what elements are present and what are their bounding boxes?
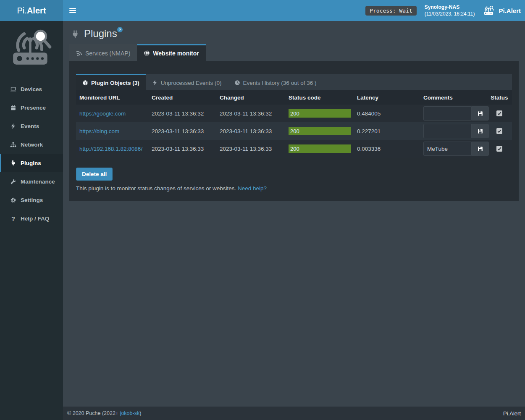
globe-icon <box>144 50 150 56</box>
calendar-icon <box>10 105 16 111</box>
tab-label: Services (NMAP) <box>85 50 130 57</box>
copyright-text: © 2020 Puche (2022+ jokob-sk) <box>67 410 141 416</box>
col-changed: Changed <box>216 90 285 105</box>
laptop-icon <box>10 86 16 92</box>
sidebar-item-label: Network <box>21 142 43 148</box>
save-comment-button[interactable] <box>471 106 489 121</box>
status-code-bar: 200 <box>289 109 351 118</box>
footer: © 2020 Puche (2022+ jokob-sk) Pi.Alert <box>63 407 525 420</box>
sidebar-item-network[interactable]: Network <box>0 135 63 154</box>
created-cell: 2023-03-11 13:36:32 <box>148 105 216 122</box>
plugin-content-tabs: Plugin Objects (3) Unprocessed Events (0… <box>76 74 512 90</box>
table-row: https://bing.com 2023-03-11 13:36:33 202… <box>76 122 512 140</box>
status-checkbox[interactable] <box>496 146 502 152</box>
tab-label: Plugin Objects (3) <box>91 80 139 86</box>
brand-logo[interactable]: Pi.Alert <box>0 0 63 21</box>
save-comment-button[interactable] <box>471 142 489 156</box>
need-help-link[interactable]: Need help? <box>238 185 267 192</box>
gear-icon <box>10 197 16 203</box>
sitemap-icon <box>10 142 16 148</box>
website-monitor-panel: Plugin Objects (3) Unprocessed Events (0… <box>69 61 519 201</box>
status-code-bar: 200 <box>289 127 351 135</box>
tab-unprocessed-events[interactable]: Unprocessed Events (0) <box>146 74 228 90</box>
delete-all-button[interactable]: Delete all <box>76 168 113 181</box>
check-icon <box>497 147 501 151</box>
monitored-url-link[interactable]: http://192.168.1.82:8086/ <box>79 146 142 152</box>
tab-label: Website monitor <box>153 50 199 57</box>
floppy-save-icon <box>477 110 483 117</box>
brand-bold: Alert <box>27 6 46 16</box>
sidebar-item-presence[interactable]: Presence <box>0 98 63 117</box>
floppy-save-icon <box>477 128 483 134</box>
tab-label: Events History (36 out of 36 ) <box>243 80 317 86</box>
tab-plugin-objects[interactable]: Plugin Objects (3) <box>76 74 146 90</box>
monitored-url-link[interactable]: https://bing.com <box>79 128 119 134</box>
latency-cell: 0.484005 <box>354 105 420 122</box>
latency-cell: 0.227201 <box>354 122 420 140</box>
created-cell: 2023-03-11 13:36:33 <box>148 140 216 158</box>
plug-icon <box>10 160 16 166</box>
changed-cell: 2023-03-11 13:36:33 <box>216 140 285 158</box>
navbar-app-name: Pi.Alert <box>499 7 521 14</box>
sidebar-item-maintenance[interactable]: Maintenance <box>0 172 63 191</box>
process-status-badge: Process: Wait <box>365 6 417 16</box>
jokob-sk-link[interactable]: jokob-sk <box>120 410 140 416</box>
router-scan-icon <box>483 5 495 16</box>
sidebar-item-events[interactable]: Events <box>0 117 63 135</box>
sidebar-menu: Devices Presence Events Network Plugins … <box>0 80 63 228</box>
sidebar-toggle-icon[interactable] <box>63 0 82 21</box>
host-info: Synology-NAS (11/03/2023, 16:24:11) <box>425 4 475 17</box>
main-content: Plugins? Services (NMAP) Website monitor… <box>63 21 525 407</box>
monitored-url-link[interactable]: https://google.com <box>79 110 126 117</box>
brand-prefix: Pi. <box>17 6 27 16</box>
tab-events-history[interactable]: Events History (36 out of 36 ) <box>228 74 323 90</box>
status-checkbox[interactable] <box>496 110 502 116</box>
comment-input[interactable] <box>423 106 471 121</box>
table-row: https://google.com 2023-03-11 13:36:32 2… <box>76 105 512 122</box>
signal-dish-icon <box>75 49 83 57</box>
save-comment-button[interactable] <box>471 124 489 138</box>
plugin-description: This plugin is to monitor status changes… <box>76 185 512 192</box>
col-comments: Comments <box>420 90 487 105</box>
changed-cell: 2023-03-11 13:36:32 <box>216 105 285 122</box>
question-icon: ? <box>10 215 16 222</box>
col-latency: Latency <box>354 90 420 105</box>
sidebar-item-devices[interactable]: Devices <box>0 80 63 98</box>
col-status-code: Status code <box>285 90 354 105</box>
sidebar-item-label: Events <box>21 123 39 129</box>
bolt-icon <box>152 80 158 86</box>
sidebar-item-label: Plugins <box>21 160 41 166</box>
sidebar-item-settings[interactable]: Settings <box>0 191 63 209</box>
tab-website-monitor[interactable]: Website monitor <box>137 44 205 61</box>
tab-label: Unprocessed Events (0) <box>161 80 222 86</box>
status-checkbox[interactable] <box>496 128 502 134</box>
clock-icon <box>234 80 240 86</box>
sidebar: Devices Presence Events Network Plugins … <box>0 21 63 420</box>
floppy-save-icon <box>477 146 483 152</box>
plug-icon <box>71 29 80 39</box>
help-badge[interactable]: ? <box>117 27 123 32</box>
col-monitored-url: Monitored URL <box>76 90 148 105</box>
check-icon <box>497 129 501 133</box>
top-navbar: Pi.Alert Process: Wait Synology-NAS (11/… <box>0 0 525 21</box>
comment-input[interactable] <box>423 124 471 138</box>
created-cell: 2023-03-11 13:36:33 <box>148 122 216 140</box>
col-status: Status <box>487 90 512 105</box>
cube-icon <box>82 80 88 86</box>
status-code-bar: 200 <box>289 144 351 153</box>
wrench-icon <box>10 178 16 185</box>
plugin-tabs: Services (NMAP) Website monitor <box>69 44 519 61</box>
check-icon <box>497 111 501 116</box>
changed-cell: 2023-03-11 13:36:33 <box>216 122 285 140</box>
table-row: http://192.168.1.82:8086/ 2023-03-11 13:… <box>76 140 512 158</box>
bolt-icon <box>10 123 16 129</box>
col-created: Created <box>148 90 216 105</box>
comment-input[interactable] <box>423 142 471 156</box>
latency-cell: 0.003336 <box>354 140 420 158</box>
sidebar-item-help-faq[interactable]: ? Help / FAQ <box>0 209 63 228</box>
sidebar-item-label: Presence <box>21 105 46 111</box>
tab-services-nmap[interactable]: Services (NMAP) <box>69 44 137 61</box>
sidebar-item-label: Devices <box>21 86 42 92</box>
sidebar-item-plugins[interactable]: Plugins <box>0 154 63 172</box>
footer-app-name: Pi.Alert <box>503 410 521 417</box>
